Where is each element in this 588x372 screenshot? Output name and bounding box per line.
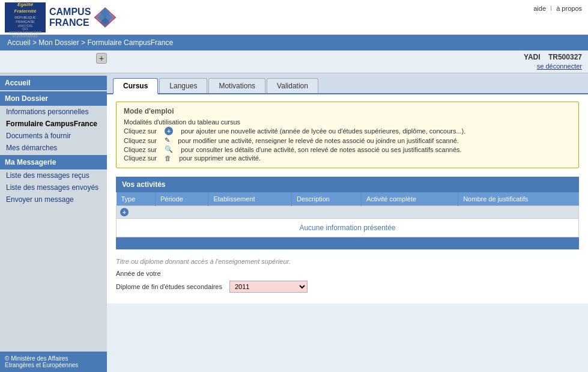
diplome-year-select[interactable]: 2011 2010 2009 2008 2007 [229,281,308,293]
mode-emploi-line5: Cliquez sur 🗑 pour supprimer une activit… [124,154,571,162]
mode-emploi-title: Mode d'emploi [124,107,571,115]
tabs-bar: Cursus Langues Motivations Validation [107,73,588,94]
bottom-blue-bar [116,237,579,249]
sidebar-item-messages-recus[interactable]: Liste des messages reçus [0,169,107,181]
no-info-row: Aucune information présentée [117,219,579,237]
col-activite-complete: Activité complète [361,192,458,206]
aide-link[interactable]: aide [533,5,546,12]
top-bar: LibertéÉgalitéFraternité RÉPUBLIQUEFRANÇ… [0,0,588,35]
tab-validation[interactable]: Validation [267,78,318,93]
breadcrumb-bar: Accueil > Mon Dossier > Formulaire Campu… [0,35,588,50]
content-area: Cursus Langues Motivations Validation Mo… [107,73,588,372]
sidebar-item-documents[interactable]: Documents à fournir [0,130,107,142]
activities-table: Type Période Etablissement Description A… [116,192,579,237]
mode-emploi-line1: Modalités d'utilisation du tableau cursu… [124,118,571,126]
user-code: TR500327 [548,53,582,61]
campus-france-text: CAMPUS FRANCE [49,7,91,28]
col-etablissement: Etablissement [208,192,292,206]
sidebar-section-mondossier: Mon Dossier [0,91,107,106]
diplome-label: Diplome de fin d'études secondaires [116,283,222,290]
breadcrumb: Accueil > Mon Dossier > Formulaire Campu… [7,38,173,47]
sidebar-footer: © Ministère des Affaires Etrangères et E… [0,352,107,372]
sidebar-item-envoyer-message[interactable]: Envoyer un message [0,194,107,206]
diplome-section-title: Titre ou diplome donnant accès à l'ensei… [116,258,579,265]
sidebar: Accueil Mon Dossier Informations personn… [0,76,107,206]
annee-votre-row: Année de votre [116,270,579,277]
disconnect-link[interactable]: se déconnecter [537,63,582,70]
diplome-section: Titre ou diplome donnant accès à l'ensei… [116,258,579,293]
no-info-text: Aucune information présentée [117,219,579,237]
sidebar-container: Accueil Mon Dossier Informations personn… [0,73,107,372]
sidebar-section-messagerie: Ma Messagerie [0,155,107,169]
sidebar-section-accueil: Accueil [0,76,107,90]
annee-votre-label: Année de votre [116,270,212,277]
add-row-icon[interactable]: + [120,208,129,216]
add-icon: + [165,127,173,135]
col-periode: Période [155,192,208,206]
content-body: Mode d'emploi Modalités d'utilisation du… [107,94,588,303]
campus-france-diamond-icon [93,5,117,29]
sidebar-item-demarches[interactable]: Mes démarches [0,142,107,154]
mode-emploi-line3: Cliquez sur ✎ pour modifier une activité… [124,136,571,144]
apropos-link[interactable]: à propos [556,5,582,12]
username: YADI [524,53,541,61]
tab-langues[interactable]: Langues [159,78,207,93]
col-description: Description [291,192,361,206]
diplome-row: Diplome de fin d'études secondaires 2011… [116,281,579,293]
top-right-links: aide I à propos [533,5,582,12]
tab-add-button[interactable]: + [96,53,107,64]
tab-cursus[interactable]: Cursus [113,78,158,94]
add-activity-cell[interactable]: + [117,206,579,219]
col-justificatifs: Nombre de justificatifs [458,192,579,206]
logo-area: LibertéÉgalitéFraternité RÉPUBLIQUEFRANÇ… [0,2,117,32]
user-bar: + YADI TR500327 se déconnecter [0,50,588,73]
tab-motivations[interactable]: Motivations [208,78,265,93]
add-activity-row[interactable]: + [117,206,579,219]
mode-emploi-box: Mode d'emploi Modalités d'utilisation du… [116,102,579,168]
campus-france-logo: CAMPUS FRANCE [49,5,117,29]
mode-emploi-line2: Cliquez sur + pour ajouter une nouvelle … [124,127,571,135]
republic-logo: LibertéÉgalitéFraternité RÉPUBLIQUEFRANÇ… [5,2,46,32]
col-type: Type [117,192,156,206]
separator: I [550,5,552,12]
trash-icon: 🗑 [165,154,171,162]
main-layout: Accueil Mon Dossier Informations personn… [0,73,588,372]
user-info: YADI TR500327 [524,53,582,61]
pencil-icon: ✎ [165,136,170,144]
sidebar-item-formulaire[interactable]: Formulaire CampusFrance [0,118,107,130]
sidebar-item-messages-envoyes[interactable]: Liste des messages envoyés [0,181,107,194]
mode-emploi-line4: Cliquez sur 🔍 pour consulter les détails… [124,145,571,153]
activities-section-title: Vos activités [116,177,579,192]
sidebar-item-informations[interactable]: Informations personnelles [0,106,107,118]
magnifier-icon: 🔍 [165,145,173,153]
